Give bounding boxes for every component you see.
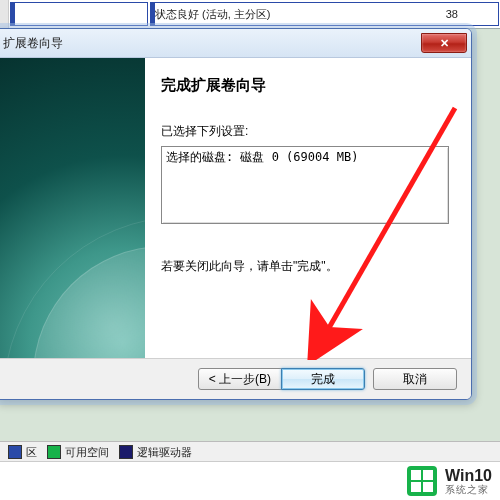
partition-block-a[interactable] bbox=[10, 2, 148, 26]
cancel-button[interactable]: 取消 bbox=[373, 368, 457, 390]
legend-item-free: 可用空间 bbox=[47, 445, 109, 460]
legend-label-free: 可用空间 bbox=[65, 445, 109, 460]
disk-legend: 区 可用空间 逻辑驱动器 bbox=[0, 441, 500, 462]
brand-logo bbox=[407, 466, 437, 496]
extend-volume-wizard-dialog: 扩展卷向导 ✕ 完成扩展卷向导 已选择下列设置: 选择的磁盘: 磁盘 0 (69… bbox=[0, 28, 472, 400]
wizard-content: 完成扩展卷向导 已选择下列设置: 选择的磁盘: 磁盘 0 (69004 MB) … bbox=[145, 58, 471, 358]
selected-settings-label: 已选择下列设置: bbox=[161, 123, 449, 140]
wizard-heading: 完成扩展卷向导 bbox=[161, 76, 449, 95]
wizard-side-graphic bbox=[0, 58, 145, 358]
dialog-titlebar[interactable]: 扩展卷向导 ✕ bbox=[0, 29, 471, 58]
svg-rect-3 bbox=[411, 482, 421, 492]
finish-button[interactable]: 完成 bbox=[281, 368, 365, 390]
windows-icon bbox=[411, 470, 433, 492]
close-icon: ✕ bbox=[440, 37, 449, 50]
svg-rect-2 bbox=[423, 470, 433, 480]
row-gutter bbox=[0, 0, 9, 28]
brand-text: Win10 系统之家 bbox=[445, 467, 492, 496]
svg-rect-1 bbox=[411, 470, 421, 480]
partition-size-number: 38 bbox=[446, 8, 458, 20]
brand-bar: Win10 系统之家 bbox=[0, 462, 500, 500]
disk-partition-row: 状态良好 (活动, 主分区) 38 bbox=[0, 0, 500, 29]
dialog-title: 扩展卷向导 bbox=[3, 35, 63, 52]
dialog-body: 完成扩展卷向导 已选择下列设置: 选择的磁盘: 磁盘 0 (69004 MB) … bbox=[0, 58, 471, 358]
close-hint-text: 若要关闭此向导，请单击"完成"。 bbox=[161, 258, 449, 275]
legend-swatch-free bbox=[47, 445, 61, 459]
legend-item-primary: 区 bbox=[8, 445, 37, 460]
brand-subtitle: 系统之家 bbox=[445, 484, 492, 495]
window-close-button[interactable]: ✕ bbox=[421, 33, 467, 53]
legend-item-logical: 逻辑驱动器 bbox=[119, 445, 192, 460]
legend-swatch-logical bbox=[119, 445, 133, 459]
legend-label-primary: 区 bbox=[26, 445, 37, 460]
brand-title: Win10 bbox=[445, 467, 492, 485]
selected-settings-box[interactable]: 选择的磁盘: 磁盘 0 (69004 MB) bbox=[161, 146, 449, 224]
back-button[interactable]: < 上一步(B) bbox=[198, 368, 282, 390]
legend-label-logical: 逻辑驱动器 bbox=[137, 445, 192, 460]
svg-rect-4 bbox=[423, 482, 433, 492]
partition-block-b[interactable]: 状态良好 (活动, 主分区) 38 bbox=[150, 2, 499, 26]
legend-swatch-primary bbox=[8, 445, 22, 459]
wizard-button-row: < 上一步(B) 完成 取消 bbox=[0, 358, 471, 399]
partition-status-text: 状态良好 (活动, 主分区) bbox=[155, 7, 271, 22]
